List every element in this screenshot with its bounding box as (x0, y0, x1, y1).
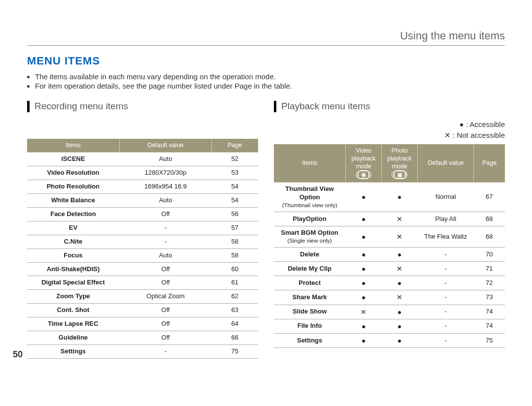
rec-default: 1696x954 16:9 (119, 180, 211, 194)
pb-default: Normal (417, 183, 474, 212)
pb-page: 73 (474, 290, 505, 305)
rec-page: 57 (212, 221, 258, 235)
pb-th-video: Video playback mode (◉) (346, 144, 382, 182)
pb-item: Delete (274, 247, 346, 261)
pb-item: Slide Show (274, 305, 346, 319)
pb-video: ● (346, 262, 382, 276)
pb-default: The Flea Waltz (417, 226, 474, 248)
section-title: MENU ITEMS (27, 55, 505, 67)
rec-page: 58 (212, 249, 258, 262)
table-row: Face DetectionOff56 (27, 207, 258, 221)
pb-video: ● (346, 276, 382, 290)
recording-subhead: Recording menu items (27, 101, 258, 112)
pb-video: ● (346, 290, 382, 305)
photo-mode-icon: ▣ (394, 170, 406, 179)
legend-notacc-label: : Not accessible (453, 131, 505, 139)
rec-page: 66 (212, 331, 258, 345)
pb-th-photo-l1: Photo (392, 147, 408, 154)
pb-item: PlayOption (274, 212, 346, 226)
table-row: EV-57 (27, 221, 258, 235)
table-row: Delete●●-70 (274, 247, 505, 261)
rec-item: Cont. Shot (27, 304, 119, 317)
pb-item: Thumbnail View Option(Thumbnail view onl… (274, 183, 346, 212)
table-row: Delete My Clip●✕-71 (274, 262, 505, 276)
table-row: Protect●●-72 (274, 276, 505, 290)
rec-item: Photo Resolution (27, 180, 119, 194)
pb-photo: ● (382, 276, 418, 290)
rec-item: C.Nite (27, 235, 119, 249)
pb-page: 68 (474, 226, 505, 248)
rec-page: 63 (212, 304, 258, 317)
pb-page: 75 (474, 334, 505, 348)
rec-page: 61 (212, 276, 258, 290)
rec-page: 53 (212, 166, 258, 180)
pb-item: File Info (274, 319, 346, 333)
table-row: Cont. ShotOff63 (27, 304, 258, 317)
pb-page: 74 (474, 305, 505, 319)
pb-photo: ● (382, 183, 418, 212)
rec-page: 52 (212, 153, 258, 166)
table-row: Time Lapse RECOff64 (27, 317, 258, 331)
pb-th-video-l1: Video (356, 147, 371, 154)
rec-item: Settings (27, 344, 119, 358)
pb-photo: ✕ (382, 226, 418, 248)
pb-photo: ● (382, 319, 418, 333)
pb-page: 72 (474, 276, 505, 290)
pb-th-photo: Photo playback mode (▣) (382, 144, 418, 182)
playback-subhead: Playback menu items (274, 101, 505, 112)
pb-default: - (417, 276, 474, 290)
rec-page: 54 (212, 194, 258, 208)
rec-item: White Balance (27, 194, 119, 208)
pb-item: Share Mark (274, 290, 346, 305)
legend: ● : Accessible ✕ : Not accessible (274, 119, 505, 141)
rec-default: Off (119, 262, 211, 276)
rec-page: 64 (212, 317, 258, 331)
pb-photo: ● (382, 305, 418, 319)
rec-item: Time Lapse REC (27, 317, 119, 331)
pb-page: 71 (474, 262, 505, 276)
table-row: iSCENEAuto52 (27, 153, 258, 166)
pb-photo: ● (382, 334, 418, 348)
rec-page: 60 (212, 262, 258, 276)
rec-default: Off (119, 331, 211, 345)
pb-th-default: Default value (417, 144, 474, 182)
pb-th-page: Page (474, 144, 505, 182)
pb-default: - (417, 290, 474, 305)
pb-page: 67 (474, 183, 505, 212)
pb-default: - (417, 319, 474, 333)
table-row: White BalanceAuto54 (27, 194, 258, 208)
pb-item: Delete My Clip (274, 262, 346, 276)
table-row: Photo Resolution1696x954 16:954 (27, 180, 258, 194)
table-row: Anti-Shake(HDIS)Off60 (27, 262, 258, 276)
rec-th-page: Page (212, 139, 258, 153)
rec-default: Off (119, 304, 211, 317)
rec-default: Auto (119, 194, 211, 208)
pb-page: 70 (474, 247, 505, 261)
rec-page: 58 (212, 235, 258, 249)
rec-default: Optical Zoom (119, 290, 211, 304)
rec-default: Off (119, 276, 211, 290)
rec-item: Anti-Shake(HDIS) (27, 262, 119, 276)
rec-default: Auto (119, 153, 211, 166)
pb-default: - (417, 247, 474, 261)
table-row: GuidelineOff66 (27, 331, 258, 345)
rec-default: - (119, 221, 211, 235)
rec-item: Zoom Type (27, 290, 119, 304)
table-row: Slide Show✕●-74 (274, 305, 505, 319)
rec-item: EV (27, 221, 119, 235)
pb-th-photo-l2: playback (387, 155, 411, 162)
pb-page: 74 (474, 319, 505, 333)
breadcrumb: Using the menu items (27, 30, 505, 46)
page-number: 50 (13, 349, 23, 360)
table-row: File Info●●-74 (274, 319, 505, 333)
table-row: Settings●●-75 (274, 334, 505, 348)
pb-video: ✕ (346, 305, 382, 319)
rec-th-default: Default value (119, 139, 211, 153)
pb-photo: ✕ (382, 212, 418, 226)
pb-photo: ✕ (382, 290, 418, 305)
pb-item: Protect (274, 276, 346, 290)
table-row: Share Mark●✕-73 (274, 290, 505, 305)
pb-item-sub: (Single view only) (277, 237, 342, 245)
pb-default: Play All (417, 212, 474, 226)
rec-page: 75 (212, 344, 258, 358)
